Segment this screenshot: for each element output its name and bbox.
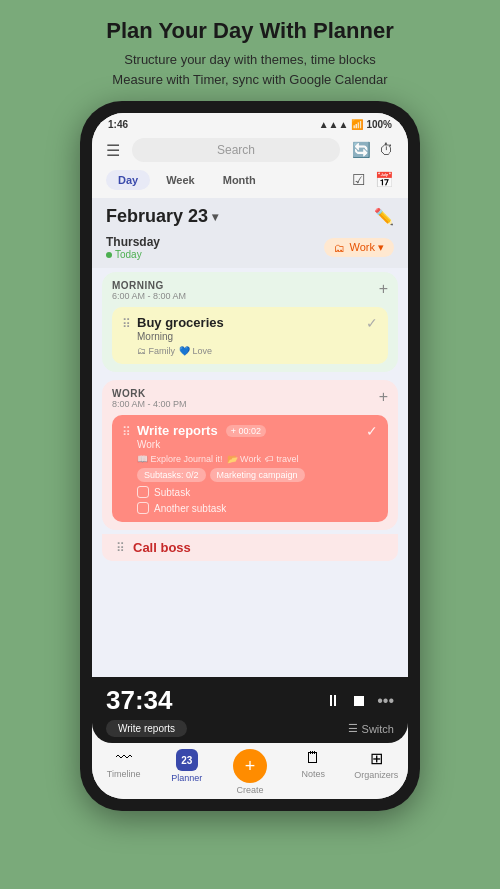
date-title: February 23 ▾ — [106, 206, 218, 227]
title-text-reports: Write reports — [137, 423, 218, 438]
checkbox-row-2: Another subtask — [137, 502, 305, 514]
create-btn[interactable]: + — [233, 749, 267, 783]
checkbox-1[interactable] — [137, 486, 149, 498]
page-subtitle: Structure your day with themes, time blo… — [106, 50, 394, 89]
tab-right-icons: ☑ 📅 — [352, 171, 394, 189]
task-subtitle-groceries: Morning — [137, 331, 224, 342]
morning-time: 6:00 AM - 8:00 AM — [112, 291, 186, 301]
marketing-badge: Marketing campaign — [210, 468, 305, 482]
tab-month[interactable]: Month — [211, 170, 268, 190]
timer-icon[interactable]: ⏱ — [379, 141, 394, 159]
date-chevron-icon: ▾ — [212, 210, 218, 224]
search-placeholder: Search — [217, 143, 255, 157]
day-info: Thursday Today — [106, 235, 160, 260]
top-bar: ☰ Search 🔄 ⏱ — [92, 134, 408, 170]
task-body-groceries: Buy groceries Morning 🗂 Family 💙 Love — [137, 315, 224, 356]
phone-screen: 1:46 ▲▲▲ 📶 100% ☰ Search 🔄 ⏱ Day Week Mo… — [92, 113, 408, 799]
checkbox-2[interactable] — [137, 502, 149, 514]
task-header-reports: ⠿ Write reports + 00:02 Work 📖 Explore J… — [122, 423, 378, 514]
call-boss-row[interactable]: ⠿ Call boss — [102, 534, 398, 561]
drag-icon-groceries: ⠿ — [122, 317, 131, 331]
day-row: Thursday Today 🗂 Work ▾ — [92, 233, 408, 268]
check-icon-reports[interactable]: ✓ — [366, 423, 378, 439]
checkbox-label-1: Subtask — [154, 487, 190, 498]
task-left-reports: ⠿ Write reports + 00:02 Work 📖 Explore J… — [122, 423, 305, 514]
day-name: Thursday — [106, 235, 160, 249]
nav-item-notes[interactable]: 🗒 Notes — [291, 749, 335, 795]
signal-icon: ▲▲▲ — [319, 119, 349, 130]
timer-time: 37:34 — [106, 685, 173, 716]
task-title-reports: Write reports + 00:02 — [137, 423, 305, 438]
work-badge[interactable]: 🗂 Work ▾ — [324, 238, 394, 257]
bottom-nav: 〰 Timeline 23 Planner + Create 🗒 Notes ⊞… — [92, 743, 408, 799]
drag-icon-call-boss: ⠿ — [116, 541, 125, 555]
work-section-header: WORK 8:00 AM - 4:00 PM + — [112, 388, 388, 409]
date-header: February 23 ▾ ✏️ — [92, 198, 408, 233]
work-badge-label: Work ▾ — [349, 241, 384, 254]
calendar-icon[interactable]: 📅 — [375, 171, 394, 189]
status-time: 1:46 — [108, 119, 128, 130]
switch-btn[interactable]: ☰ Switch — [348, 722, 394, 735]
search-area[interactable]: Search — [132, 138, 340, 162]
nav-item-create[interactable]: + Create — [228, 749, 272, 795]
planner-label: Planner — [171, 773, 202, 783]
task-left-groceries: ⠿ Buy groceries Morning 🗂 Family 💙 Love — [122, 315, 224, 356]
morning-add-icon[interactable]: + — [379, 280, 388, 298]
nav-item-timeline[interactable]: 〰 Timeline — [102, 749, 146, 795]
task-card-reports[interactable]: ⠿ Write reports + 00:02 Work 📖 Explore J… — [112, 415, 388, 522]
today-dot — [106, 252, 112, 258]
page-title: Plan Your Day With Planner — [106, 18, 394, 44]
checklist-icon[interactable]: ☑ — [352, 171, 365, 189]
morning-section: MORNING 6:00 AM - 8:00 AM + ⠿ Buy grocer… — [102, 272, 398, 372]
nav-item-planner[interactable]: 23 Planner — [165, 749, 209, 795]
work-add-icon[interactable]: + — [379, 388, 388, 406]
more-icon[interactable]: ••• — [377, 692, 394, 710]
subtasks-row: Subtasks: 0/2 Marketing campaign — [137, 468, 305, 482]
notes-label: Notes — [301, 769, 325, 779]
timer-task-label[interactable]: Write reports — [106, 720, 187, 737]
date-text: February 23 — [106, 206, 208, 227]
timer-task-row: Write reports ☰ Switch — [106, 720, 394, 737]
status-right: ▲▲▲ 📶 100% — [319, 119, 392, 130]
task-tags-reports: 📖 Explore Journal it! 📂 Work 🏷 travel — [137, 454, 305, 464]
tab-day[interactable]: Day — [106, 170, 150, 190]
morning-section-header: MORNING 6:00 AM - 8:00 AM + — [112, 280, 388, 301]
switch-label: Switch — [362, 723, 394, 735]
planner-badge: 23 — [176, 749, 198, 771]
task-header-groceries: ⠿ Buy groceries Morning 🗂 Family 💙 Love … — [122, 315, 378, 356]
tag-work: 📂 Work — [227, 454, 261, 464]
time-badge-reports: + 00:02 — [226, 425, 266, 437]
timer-display: 37:34 ⏸ ⏹ ••• — [106, 685, 394, 716]
drag-icon-reports: ⠿ — [122, 425, 131, 439]
work-section: WORK 8:00 AM - 4:00 PM + ⠿ Write reports — [102, 380, 398, 530]
timer-controls: ⏸ ⏹ ••• — [325, 692, 394, 710]
battery-label: 100% — [366, 119, 392, 130]
task-title-groceries: Buy groceries — [137, 315, 224, 330]
organizers-icon: ⊞ — [370, 749, 383, 768]
pause-icon[interactable]: ⏸ — [325, 692, 341, 710]
tab-week[interactable]: Week — [154, 170, 207, 190]
work-badge-icon: 🗂 — [334, 242, 345, 254]
call-boss-title: Call boss — [133, 540, 191, 555]
notes-icon: 🗒 — [305, 749, 321, 767]
refresh-icon[interactable]: 🔄 — [352, 141, 371, 159]
work-time: 8:00 AM - 4:00 PM — [112, 399, 187, 409]
stop-icon[interactable]: ⏹ — [351, 692, 367, 710]
view-tabs: Day Week Month ☑ 📅 — [92, 170, 408, 198]
timeline-icon: 〰 — [116, 749, 132, 767]
create-label: Create — [236, 785, 263, 795]
phone-wrapper: 1:46 ▲▲▲ 📶 100% ☰ Search 🔄 ⏱ Day Week Mo… — [80, 101, 420, 811]
main-content: February 23 ▾ ✏️ Thursday Today 🗂 Work ▾ — [92, 198, 408, 677]
edit-icon[interactable]: ✏️ — [374, 207, 394, 226]
nav-item-organizers[interactable]: ⊞ Organizers — [354, 749, 398, 795]
organizers-label: Organizers — [354, 770, 398, 780]
menu-icon[interactable]: ☰ — [106, 141, 120, 160]
page-header: Plan Your Day With Planner Structure you… — [86, 0, 414, 101]
today-label: Today — [106, 249, 160, 260]
task-tags-groceries: 🗂 Family 💙 Love — [137, 346, 224, 356]
checkbox-row-1: Subtask — [137, 486, 305, 498]
task-tag-love: 💙 Love — [179, 346, 212, 356]
task-card-groceries[interactable]: ⠿ Buy groceries Morning 🗂 Family 💙 Love … — [112, 307, 388, 364]
check-icon-groceries[interactable]: ✓ — [366, 315, 378, 331]
morning-section-info: MORNING 6:00 AM - 8:00 AM — [112, 280, 186, 301]
